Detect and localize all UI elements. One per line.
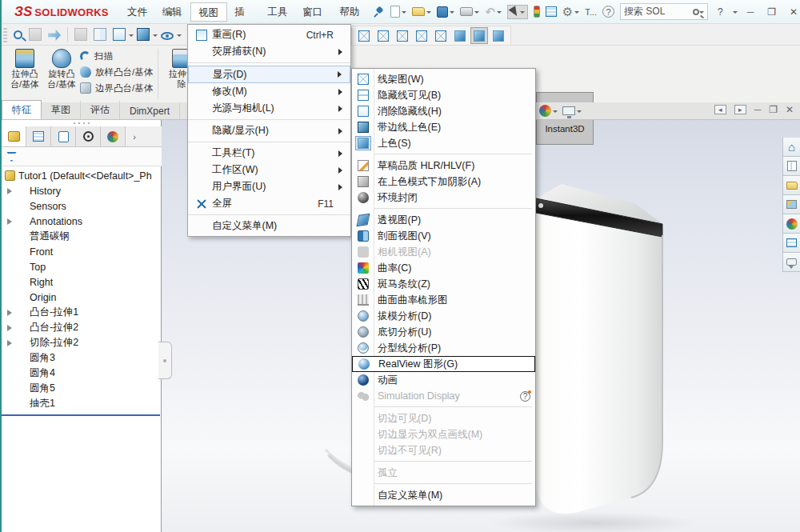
- feature-tree-item[interactable]: 圆角3: [2, 350, 162, 366]
- display-menu-item[interactable]: 在上色模式下加阴影(A): [352, 174, 535, 190]
- help-button[interactable]: ?: [714, 6, 727, 18]
- chevron-down-icon[interactable]: [177, 34, 182, 39]
- display-menu-item[interactable]: 动画: [352, 372, 535, 388]
- display-menu-item[interactable]: 环境封闭: [352, 190, 535, 206]
- feature-tree-item[interactable]: 圆角5: [2, 381, 162, 396]
- display-menu-item[interactable]: [374, 404, 532, 407]
- options-button[interactable]: [562, 5, 579, 19]
- next-window-icon[interactable]: ▸: [734, 105, 746, 114]
- doc-minimize-button[interactable]: ─: [754, 104, 762, 115]
- display-menu-item[interactable]: 切边不可见(R): [352, 442, 535, 458]
- display-menu-item[interactable]: 消除隐藏线(H): [352, 103, 535, 119]
- display-menu-item[interactable]: RealView 图形(G): [352, 356, 535, 372]
- feature-tree-item[interactable]: Sensors: [2, 198, 162, 214]
- feature-tree-item[interactable]: 凸台-拉伸1: [2, 305, 162, 320]
- tab-feature-tree[interactable]: [2, 126, 26, 146]
- expand-arrow-icon[interactable]: [6, 218, 13, 225]
- zoom-to-area-icon[interactable]: [29, 28, 42, 41]
- search-icon[interactable]: [693, 9, 699, 15]
- view-menu-item[interactable]: [188, 139, 350, 142]
- help-circle-icon[interactable]: ?: [602, 6, 614, 18]
- display-menu-item[interactable]: 自定义菜单(M): [352, 487, 535, 503]
- feature-tree-item[interactable]: 普通碳钢: [2, 229, 162, 244]
- boundary-button[interactable]: 边界凸台/基体: [80, 82, 153, 94]
- tab-dimxpert-manager[interactable]: [76, 126, 101, 146]
- view-menu-item[interactable]: 用户界面(U): [188, 178, 350, 195]
- view-menu-item[interactable]: 工具栏(T): [188, 145, 350, 162]
- task-pane-button[interactable]: [782, 176, 800, 195]
- menu-item[interactable]: 编辑(E): [155, 2, 190, 22]
- display-menu-item[interactable]: Simulation Display ?: [352, 388, 535, 404]
- display-menu-item[interactable]: 曲面曲率梳形图: [352, 292, 535, 308]
- view-menu-item[interactable]: 荧屏捕获(N): [188, 43, 350, 60]
- help-badge-icon[interactable]: ?: [520, 391, 530, 402]
- pin-icon[interactable]: [373, 6, 384, 18]
- appearance-button[interactable]: [539, 105, 558, 117]
- tree-filter[interactable]: [2, 147, 162, 166]
- menu-item[interactable]: 工具(T): [260, 2, 295, 22]
- menu-item[interactable]: 插入(I): [227, 2, 260, 22]
- display-style-button[interactable]: [374, 27, 392, 44]
- feature-tree-item[interactable]: Top: [2, 259, 162, 274]
- display-style-button[interactable]: [490, 27, 507, 44]
- previous-view-icon[interactable]: [48, 28, 61, 41]
- display-menu-item[interactable]: [374, 481, 532, 484]
- view-menu-item[interactable]: 光源与相机(L): [188, 100, 350, 117]
- view-menu-item[interactable]: [188, 212, 350, 215]
- display-menu-item[interactable]: 带边线上色(E): [352, 119, 535, 135]
- menu-item[interactable]: 视图(V): [190, 2, 227, 22]
- loft-button[interactable]: 放样凸台/基体: [80, 66, 153, 78]
- display-menu-item[interactable]: [374, 151, 532, 154]
- panel-grip[interactable]: [72, 122, 91, 125]
- expand-arrow-icon[interactable]: [6, 325, 13, 331]
- previous-window-icon[interactable]: ◂: [714, 105, 726, 114]
- expand-arrow-icon[interactable]: [6, 188, 13, 194]
- search-input[interactable]: 搜索 SOL: [620, 3, 708, 20]
- display-menu-item[interactable]: 线架图(W): [352, 71, 535, 87]
- task-list-icon[interactable]: [546, 6, 557, 17]
- feature-tree-root[interactable]: Tutor1 (Default<<Default>_Ph: [2, 168, 162, 183]
- display-menu-item[interactable]: 相机视图(A): [352, 244, 535, 260]
- new-document-button[interactable]: [390, 6, 406, 18]
- display-menu-item[interactable]: 分型线分析(P): [352, 340, 535, 356]
- feature-tree-item[interactable]: Front: [2, 244, 162, 259]
- expand-arrow-icon[interactable]: [6, 310, 13, 316]
- toolbar-overflow-label[interactable]: T...: [585, 7, 597, 17]
- tab-configuration-manager[interactable]: [51, 126, 76, 146]
- display-style-icon[interactable]: [137, 28, 150, 41]
- display-style-button[interactable]: [394, 27, 411, 44]
- task-pane-button[interactable]: [782, 195, 800, 214]
- view-settings-icon[interactable]: [113, 28, 126, 41]
- doc-restore-button[interactable]: ❐: [769, 104, 778, 115]
- display-menu-item[interactable]: 切边可见(D): [352, 410, 535, 426]
- display-menu-item[interactable]: 斑马条纹(Z): [352, 276, 535, 292]
- feature-tree-item[interactable]: 抽壳1: [2, 396, 162, 411]
- view-orientation-icon[interactable]: [94, 28, 106, 41]
- feature-tree-item[interactable]: 凸台-拉伸2: [2, 320, 162, 335]
- sweep-button[interactable]: 扫描: [80, 50, 153, 62]
- menu-item[interactable]: 窗口(W): [295, 2, 332, 22]
- feature-tree-item[interactable]: History: [2, 183, 162, 198]
- menu-item[interactable]: 文件(F): [120, 2, 155, 22]
- hide-show-items-icon[interactable]: [161, 32, 174, 40]
- view-menu-item[interactable]: 隐藏/显示(H): [188, 122, 350, 139]
- task-pane-button[interactable]: [782, 157, 800, 176]
- tab-display-manager[interactable]: [101, 126, 126, 146]
- feature-tree-item[interactable]: 圆角4: [2, 366, 162, 381]
- open-button[interactable]: [412, 7, 431, 16]
- feature-tree-item[interactable]: Annotations: [2, 214, 162, 229]
- display-style-button[interactable]: [355, 27, 373, 44]
- undo-button[interactable]: [485, 5, 502, 19]
- ribbon-tab[interactable]: 草图: [42, 101, 81, 119]
- display-menu-item[interactable]: 草稿品质 HLR/HLV(F): [352, 158, 535, 174]
- panel-splitter-handle[interactable]: [158, 342, 172, 379]
- display-menu-item[interactable]: 隐藏线可见(B): [352, 87, 535, 103]
- display-menu-item[interactable]: 底切分析(U): [352, 324, 535, 340]
- panel-expand-button[interactable]: ›: [126, 126, 143, 146]
- maximize-button[interactable]: ❐: [763, 6, 780, 18]
- display-style-button[interactable]: [470, 27, 488, 44]
- save-button[interactable]: [437, 6, 454, 18]
- display-menu-item[interactable]: 透视图(P): [352, 212, 535, 228]
- display-settings-button[interactable]: [562, 106, 582, 115]
- feature-tree-item[interactable]: Origin: [2, 290, 162, 305]
